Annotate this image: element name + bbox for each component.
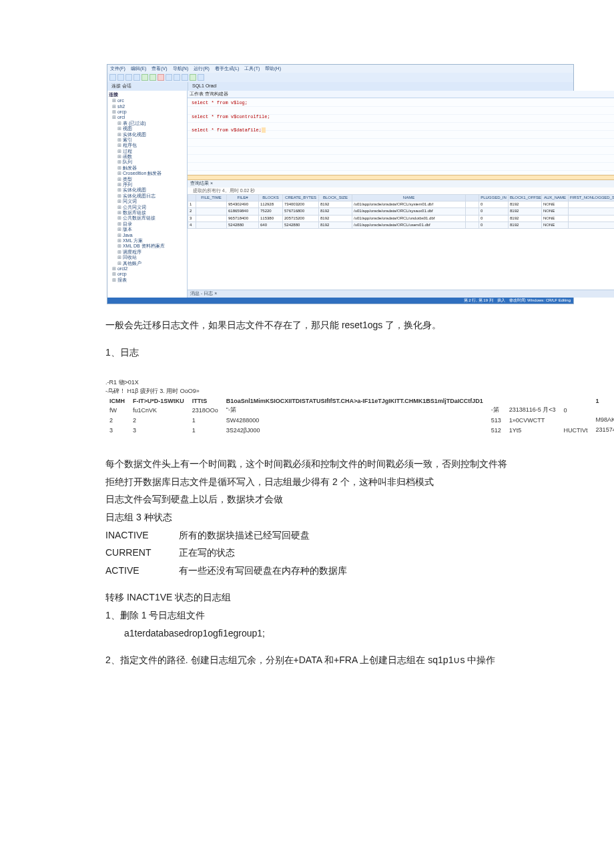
tree-node[interactable]: ⊞ 同义词 [109,199,186,204]
run-icon[interactable] [141,74,148,81]
menu-gen[interactable]: 着手生成(L) [215,66,240,71]
tree-node[interactable]: ⊞ 其他账户 [109,261,186,266]
cell: 23138116-5 月<3 [505,405,560,415]
results-grid[interactable]: FILE_TIMEFILE#BLOCKSCREATE_BYTESBLOCK_SI… [188,194,614,229]
table-row[interactable]: 2618659840752205767168008192/u01/app/ora… [188,208,615,215]
cell: 2 [105,415,129,425]
cell: B1oaSnl1MimKSIOCXIITDISTATUSIfIfST.CHA>a… [222,397,487,405]
sql-line: select * from v$log; [192,100,614,105]
col-header[interactable]: BLOCK_SIZE [319,194,352,201]
tree-node[interactable]: ⊞ orcp [109,272,186,277]
tree-node[interactable]: ⊞ orcp [109,109,186,115]
tree-node[interactable]: ⊞ orcl2 [109,266,186,272]
tool-icon[interactable] [198,74,204,81]
tree-node[interactable]: ⊞ 类型 [109,177,186,182]
tool-icon[interactable] [109,74,116,81]
col-header[interactable]: BLOCK1_OFFSET [509,194,542,201]
status-pos: 第 2 行, 第 19 列 [110,298,493,303]
tree-node[interactable]: ⊞ 函数 [109,154,186,159]
cell: 2318OOo [188,405,222,415]
menubar[interactable]: 文件(F) 编辑(E) 查看(V) 导航(N) 运行(R) 着手生成(L) 工具… [107,65,573,73]
tree-node[interactable]: ⊞ 报表 [109,278,186,283]
cell [560,415,592,425]
splitter[interactable] [188,175,614,180]
tab-sql1[interactable]: SQL1 [192,83,204,89]
menu-help[interactable]: 帮助(H) [265,66,281,71]
results-tab[interactable]: 查询结果 × [188,180,614,187]
tool-icon[interactable] [166,74,172,81]
tree-node[interactable]: ⊞ 队列 [109,159,186,165]
para: 日志组 3 种状态 [105,508,509,526]
menu-tools[interactable]: 工具(T) [244,66,260,71]
cell: 2 [129,415,188,425]
tree-node[interactable]: ⊞ orc [109,98,186,103]
col-header[interactable]: FILE_TIME [196,194,227,201]
state-current-desc: 正在写的状态 [179,544,509,562]
table-row[interactable]: 19543024901129287340032008192/u01/app/or… [188,201,615,208]
heading-logs: 1、日志 [105,344,509,362]
toolbar-row2: 连接 会话 SQL1 Oracl [107,82,573,90]
tool-icon[interactable] [182,74,188,81]
sqldev-window: 文件(F) 编辑(E) 查看(V) 导航(N) 运行(R) 着手生成(L) 工具… [107,64,574,304]
tree-node[interactable]: ⊞ 数据库链接 [109,210,186,215]
cell [592,405,614,415]
table-row[interactable]: 4524288064052428808192/u01/app/oracle/or… [188,222,615,228]
tree-node[interactable]: ⊞ 程序包 [109,143,186,148]
tree-node[interactable]: ⊞ 过程 [109,149,186,154]
tool-icon[interactable] [174,74,180,81]
cell: 1 [592,397,614,405]
para: 每个数据文件头上有一个时间戳，这个时间戳必须和控制文件的时间戳必须一致，否则控制… [105,455,509,490]
col-header[interactable]: CREATE_BYTES [283,194,319,201]
col-header[interactable]: AUX_NAME [542,194,569,201]
tree-node[interactable]: ⊞ 目录 [109,222,186,227]
col-header[interactable]: FIRST_NONLOGGED_SCN [569,194,615,201]
step-1: 1、删除 1 号日志组文件 [105,606,509,624]
tree-node[interactable]: ⊞ 索引 [109,137,186,143]
run-script-icon[interactable] [149,74,156,81]
tree-node[interactable]: ⊞ 实体化视图 [109,187,186,193]
menu-run[interactable]: 运行(R) [194,66,210,71]
menu-nav[interactable]: 导航(N) [173,66,189,71]
status-mode: 插入 [497,298,505,303]
col-header[interactable]: FILE# [227,194,259,201]
stop-icon[interactable] [158,74,164,81]
menu-edit[interactable]: 编辑(E) [131,66,146,71]
tree-node[interactable]: ⊞ 实体化视图日志 [109,193,186,199]
status-bar: 第 2 行, 第 19 列 插入 修改时间: Windows: CR/LF Ed… [107,298,573,304]
tree-node[interactable]: ⊞ 实体化视图 [109,132,186,137]
tool-icon[interactable] [117,74,124,81]
tree-node[interactable]: ⊞ 触发器 [109,165,186,171]
tree-node[interactable]: ⊞ 回收站 [109,255,186,260]
menu-view[interactable]: 查看(V) [151,66,167,71]
tree-node[interactable]: ⊞ XML DB 资料档案库 [109,244,186,249]
tool-icon[interactable] [133,74,140,81]
col-header[interactable] [466,194,479,201]
tree-node[interactable]: ⊞ orcl [109,115,186,120]
sql-editor[interactable]: select * from v$log; select * from v$con… [188,98,614,175]
tree-node[interactable]: ⊞ Java [109,233,186,238]
col-header[interactable]: NAME [352,194,466,201]
menu-file[interactable]: 文件(F) [110,66,125,71]
commit-icon[interactable] [190,74,196,81]
workspace-tabs[interactable]: 工作表 查询构建器 [188,91,614,98]
tree-node[interactable]: ⊞ 版本 [109,227,186,232]
tree-node[interactable]: ⊞ 调度程序 [109,250,186,255]
table-row[interactable]: 39657184001153802057152008192/u01/app/or… [188,215,615,222]
bottom-bar[interactable]: 消息 - 日志 × [188,290,614,297]
tree-node[interactable]: ⊞ Crosedltion 触发器 [109,171,186,176]
tree-node[interactable]: ⊞ 视图 [109,126,186,131]
tab-oracl[interactable]: Oracl [206,83,217,89]
step-2: 2、指定文件的路径. 创建日志组冗余，分别在+DATA 和+FRA 上创建日志组… [105,651,509,669]
status-enc: 修改时间: Windows: CR/LF Editing [509,298,571,303]
state-inactive-label: INACTIVE [105,526,179,544]
tree-node[interactable]: ⊞ 表 (已过滤) [109,121,186,126]
connections-tree[interactable]: 连接 ⊞ orc⊞ sh2⊞ orcp⊞ orcl⊞ 表 (已过滤)⊞ 视图⊞ … [107,91,188,298]
tree-node[interactable]: ⊞ 公共同义词 [109,205,186,210]
col-header[interactable]: BLOCKS [259,194,283,201]
col-header[interactable]: PLUGGED_IN [479,194,509,201]
tool-icon[interactable] [125,74,132,81]
dump-line: .-R1 物>01X [105,378,593,387]
tree-node[interactable]: ⊞ 序列 [109,182,186,187]
tree-node[interactable]: ⊞ 公共数据库链接 [109,215,186,221]
tree-node[interactable]: ⊞ sh2 [109,104,186,109]
